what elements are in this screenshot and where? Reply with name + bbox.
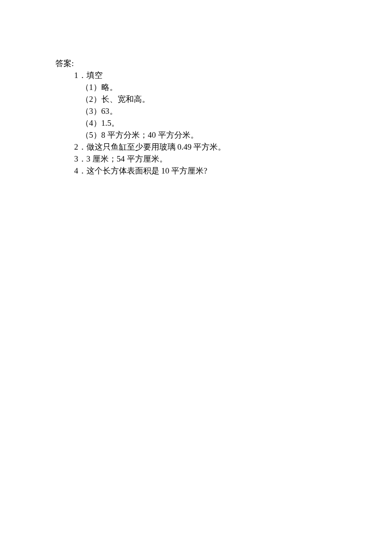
answer-item: （3）63。 [55,105,392,117]
answer-line: 2．做这只鱼缸至少要用玻璃 0.49 平方米。 [55,141,392,153]
document-page: 答案: 1．填空 （1）略。 （2）长、宽和高。 （3）63。 （4）1.5。 … [0,0,392,555]
answer-item: （2）长、宽和高。 [55,93,392,105]
answer-line: 4．这个长方体表面积是 10 平方厘米? [55,165,392,177]
answer-item: （4）1.5。 [55,117,392,129]
answer-item: （1）略。 [55,81,392,93]
answers-heading: 答案: [55,58,392,69]
answer-line: 3．3 厘米；54 平方厘米。 [55,153,392,165]
section-1-title: 1．填空 [55,69,392,81]
answer-item: （5）8 平方分米；40 平方分米。 [55,129,392,141]
